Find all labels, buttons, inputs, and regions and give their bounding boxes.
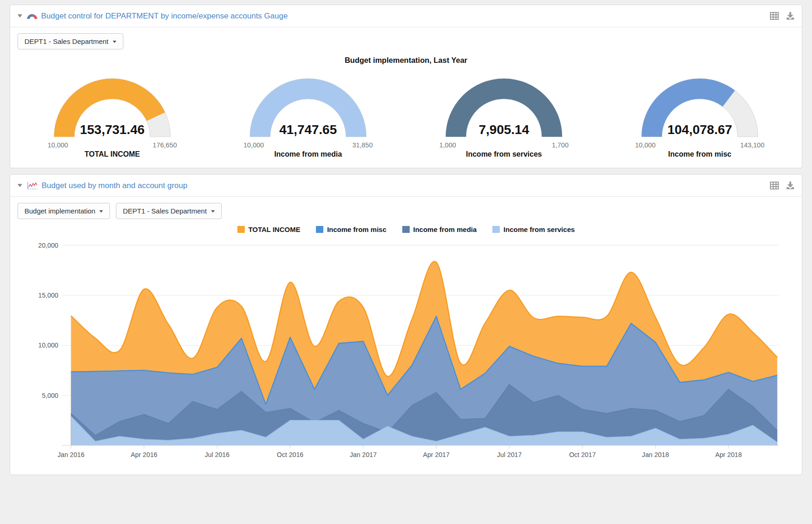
dropdown-caret-icon [211,210,215,213]
area-chart: 5,00010,00015,00020,000Jan 2016Apr 2016J… [18,238,794,465]
legend-label: Income from services [503,225,575,233]
gauge-max: 143,100 [740,141,764,149]
legend-swatch [316,226,323,233]
y-axis-label: 10,000 [38,341,59,349]
x-axis-label: Jan 2016 [57,451,85,458]
gauge-label: TOTAL INCOME [43,150,182,158]
gauge-value: 7,905.14 [479,122,529,137]
gauge-2: 41,747.6510,00031,850Income from media [239,75,377,158]
area-chart-panel: Budget used by month and account group B… [10,174,802,475]
gauge-max: 1,700 [552,141,569,149]
collapse-icon[interactable] [18,184,22,187]
legend-item-2[interactable]: Income from misc [316,225,386,233]
area-chart-panel-title[interactable]: Budget used by month and account group [42,181,188,190]
gauge-arc: 41,747.65 [243,75,373,140]
gauge-min-max-row: 10,000176,650 [48,141,177,149]
x-axis-label: Oct 2017 [569,451,596,458]
budget-filter-label: Budget implementation [24,207,95,215]
legend-label: Income from media [413,225,477,233]
gauge-label: Income from services [435,150,573,158]
x-axis-label: Apr 2016 [131,451,158,458]
gauge-arc: 153,731.46 [48,75,177,140]
gauge-3: 7,905.141,0001,700Income from services [435,75,573,158]
legend-item-4[interactable]: Income from services [492,225,575,233]
department-dropdown-label: DEPT1 - Sales Department [24,37,109,45]
x-axis-label: Jul 2017 [497,451,522,458]
x-axis-label: Oct 2016 [277,451,303,458]
gauge-label: Income from misc [630,150,769,158]
area-chart-panel-body: Budget implementation DEPT1 - Sales Depa… [10,197,802,475]
x-axis-label: Apr 2017 [423,451,450,458]
area-chart-panel-header: Budget used by month and account group [10,175,802,197]
gauge-panel-body: DEPT1 - Sales Department Budget implemen… [10,27,802,168]
gauge-icon [27,13,37,19]
x-axis-label: Apr 2018 [715,451,742,458]
table-view-icon[interactable] [770,12,779,20]
legend-label: TOTAL INCOME [248,225,301,233]
gauge-panel: Budget control for DEPARTMENT by income/… [10,5,802,168]
gauge-value: 41,747.65 [279,122,337,137]
gauge-chart-subtitle: Budget implementation, Last Year [18,56,794,65]
gauge-max: 176,650 [153,141,177,149]
area-chart-svg: 5,00010,00015,00020,000Jan 2016Apr 2016J… [18,238,794,465]
x-axis-label: Jan 2018 [642,451,669,458]
gauge-panel-title[interactable]: Budget control for DEPARTMENT by income/… [41,12,288,21]
gauge-4: 104,078.6710,000143,100Income from misc [630,75,769,158]
y-axis-label: 15,000 [38,292,59,299]
budget-filter-dropdown[interactable]: Budget implementation [18,203,110,219]
gauge-min: 1,000 [439,141,456,149]
line-chart-icon [27,181,38,190]
dropdown-caret-icon [99,210,103,213]
gauge-min: 10,000 [48,141,68,149]
y-axis-label: 20,000 [38,242,59,249]
gauge-arc: 104,078.67 [635,75,764,140]
download-icon[interactable] [786,182,794,189]
y-axis-label: 5,000 [42,392,59,399]
department-dropdown[interactable]: DEPT1 - Sales Department [18,33,123,49]
gauge-value: 104,078.67 [667,122,732,137]
legend-swatch [492,226,500,233]
legend-swatch [402,226,410,233]
gauge-min: 10,000 [635,141,655,149]
gauge-label: Income from media [239,150,377,158]
gauge-min-max-row: 1,0001,700 [439,141,569,149]
gauge-min-max-row: 10,00031,850 [243,141,373,149]
dropdown-caret-icon [113,41,116,43]
department-filter-label: DEPT1 - Sales Department [123,207,207,215]
table-view-icon[interactable] [770,182,779,189]
legend-item-1[interactable]: TOTAL INCOME [237,225,301,233]
legend-swatch [237,226,245,233]
gauge-min-max-row: 10,000143,100 [635,141,764,149]
gauge-1: 153,731.4610,000176,650TOTAL INCOME [43,75,182,158]
gauge-min: 10,000 [243,141,264,149]
gauge-arc: 7,905.14 [439,75,569,140]
x-axis-label: Jan 2017 [350,451,377,458]
legend-item-3[interactable]: Income from media [402,225,477,233]
gauge-max: 31,850 [352,141,373,149]
gauge-row: 153,731.4610,000176,650TOTAL INCOME41,74… [18,75,794,158]
chart-legend: TOTAL INCOMEIncome from miscIncome from … [18,225,794,233]
legend-label: Income from misc [327,225,386,233]
download-icon[interactable] [786,12,794,20]
x-axis-label: Jul 2016 [205,451,230,458]
collapse-icon[interactable] [18,14,22,18]
gauge-value: 153,731.46 [80,122,145,137]
department-filter-dropdown[interactable]: DEPT1 - Sales Department [116,203,222,219]
gauge-panel-header: Budget control for DEPARTMENT by income/… [10,5,802,27]
